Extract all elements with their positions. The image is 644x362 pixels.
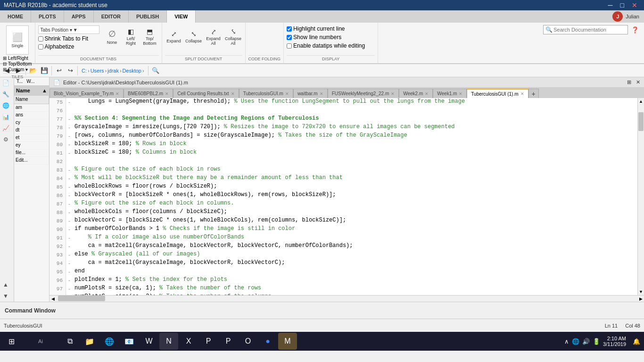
tab-close-cell[interactable]: ✕ (231, 91, 235, 96)
maximize-button[interactable]: □ (618, 1, 627, 9)
tab-bme60[interactable]: BME60BPBL2.m ✕ (124, 89, 173, 98)
hscroll-thumb[interactable] (58, 296, 105, 301)
shrink-tabs-option[interactable]: Shrink Tabs to Fit (38, 35, 99, 42)
tab-close-fus[interactable]: ✕ (391, 91, 395, 96)
left-right-option[interactable]: ⊞ Left/Right (3, 56, 32, 61)
tab-week2[interactable]: Week2.m ✕ (399, 89, 433, 98)
scroll-up-button[interactable]: ▲ (638, 98, 644, 105)
editor-expand-button[interactable]: ⊞ (627, 79, 631, 85)
tab-tb-gui-1[interactable]: TuberculosisGUI (1).m ✕ (467, 89, 528, 98)
ws-row-et[interactable]: et (14, 134, 49, 142)
breadcrumb-desktop[interactable]: Desktop (123, 68, 141, 74)
breadcrumb-c[interactable]: C: (82, 68, 87, 74)
search-doc-input[interactable] (553, 27, 624, 33)
network-icon[interactable]: 🌐 (572, 338, 579, 345)
volume-icon[interactable]: 🔊 (582, 338, 590, 345)
sidebar-icon-6[interactable]: ⚙ (0, 134, 11, 145)
edge-button[interactable]: 🌐 (100, 333, 119, 350)
ws-row-cy[interactable]: cy (14, 119, 49, 127)
word-button[interactable]: W (140, 333, 158, 350)
powerpoint2-button[interactable]: P (219, 333, 238, 350)
breadcrumb-jdrak[interactable]: jdrak (107, 68, 119, 74)
collapse-button[interactable]: ⤡ Collapse (185, 25, 203, 48)
left-right-button[interactable]: ◧ Left/ Right (122, 25, 140, 48)
task-view-button[interactable]: ⧉ (60, 333, 79, 350)
tab-tb-gui[interactable]: TuberculosisGUI.m ✕ (239, 89, 293, 98)
search-taskbar-button[interactable]: Ai (22, 333, 59, 350)
tab-add-new[interactable]: + (528, 89, 539, 98)
excel-button[interactable]: X (179, 333, 198, 350)
scrollbar-thumb[interactable] (638, 112, 644, 131)
tab-plots[interactable]: PLOTS (31, 10, 64, 23)
workspace-sort-icon[interactable]: ▲ (42, 88, 47, 93)
ws-row-ans[interactable]: ans (14, 112, 49, 119)
collapse-all-button[interactable]: ⤥ Collapse All (224, 25, 242, 48)
save-button[interactable]: 💾 (39, 66, 50, 76)
show-line-numbers-option[interactable]: Show line numbers (287, 34, 365, 41)
mail-button[interactable]: 📧 (120, 333, 139, 350)
tab-close-week2[interactable]: ✕ (425, 91, 429, 96)
redo-button[interactable]: ↪ (65, 66, 75, 76)
tab-apps[interactable]: APPS (64, 10, 94, 23)
search-files-button[interactable]: 🔍 (150, 66, 161, 76)
tab-blob-vision[interactable]: Blob_Vision_Example_Try.m ✕ (50, 89, 124, 98)
show-line-numbers-checkbox[interactable] (287, 35, 292, 40)
matlab-button[interactable]: M (278, 333, 297, 350)
undo-button[interactable]: ↩ (54, 66, 64, 76)
taskbar-time[interactable]: 2:10 AM 3/11/2019 (603, 336, 630, 347)
none-button[interactable]: ∅ None (103, 25, 121, 48)
alphabetize-checkbox[interactable] (38, 44, 43, 49)
tab-view[interactable]: VIEW (167, 10, 196, 23)
ws-row-file[interactable]: file... (14, 149, 49, 157)
hscroll-track[interactable] (56, 296, 637, 302)
expand-all-button[interactable]: ⤤ Expand All (205, 25, 223, 48)
battery-icon[interactable]: 🔋 (593, 338, 600, 345)
ws-row-edit[interactable]: Edit... (14, 157, 49, 165)
close-button[interactable]: ✕ (629, 1, 640, 9)
tab-close-week1[interactable]: ✕ (459, 91, 462, 96)
enable-datatips-checkbox[interactable] (287, 43, 292, 49)
tab-home[interactable]: HOME (0, 10, 31, 23)
highlight-current-line-option[interactable]: Highlight current line (287, 25, 365, 32)
tabs-position-dropdown[interactable]: Tabs Position ▾ ▼ (38, 25, 99, 34)
tab-close-waitbar[interactable]: ✕ (320, 91, 323, 96)
editor-horizontal-scrollbar[interactable]: ◀ ▶ (50, 295, 644, 302)
top-bottom-option[interactable]: ⊟ Top/Bottom (3, 61, 32, 66)
tab-week1[interactable]: Week1.m ✕ (433, 89, 467, 98)
minimize-button[interactable]: ─ (605, 1, 616, 9)
sidebar-icon-4[interactable]: 📊 (0, 111, 11, 123)
tab-waitbar[interactable]: waitbar.m ✕ (293, 89, 328, 98)
enable-datatips-option[interactable]: Enable datatips while editing (287, 42, 365, 49)
single-tile-button[interactable]: ⬜ Single (6, 25, 29, 55)
sidebar-scroll-up[interactable]: ▲ (0, 279, 11, 290)
sidebar-scroll-down[interactable]: ▼ (0, 290, 11, 302)
scroll-right-button[interactable]: ▶ (637, 296, 644, 302)
tab-close-bme60[interactable]: ✕ (165, 91, 169, 96)
onenote-button[interactable]: N (159, 333, 178, 350)
tab-fus[interactable]: FUSWeeklyMeeting2_22.m ✕ (328, 89, 399, 98)
tab-close-tb1[interactable]: ✕ (520, 91, 524, 96)
editor-vertical-scrollbar[interactable]: ▲ ▼ (637, 98, 644, 295)
tab-editor[interactable]: EDITOR (94, 10, 129, 23)
shrink-tabs-checkbox[interactable] (38, 36, 43, 41)
notification-icon[interactable]: 🔔 (633, 338, 640, 345)
highlight-current-line-checkbox[interactable] (287, 26, 292, 32)
sidebar-icon-2[interactable]: 🔧 (0, 89, 11, 100)
file-explorer-button[interactable]: 📁 (80, 333, 99, 350)
chrome-button[interactable]: ● (258, 333, 277, 350)
help-icon[interactable]: ❓ (630, 25, 640, 35)
tab-publish[interactable]: PUBLISH (129, 10, 167, 23)
code-editor[interactable]: 75 - Lungs = LungSegment(grayImage, thre… (50, 98, 637, 295)
tab-close-blob[interactable]: ✕ (116, 91, 119, 96)
tab-close-tb[interactable]: ✕ (285, 91, 289, 96)
ws-row-ey[interactable]: ey (14, 142, 49, 149)
editor-close-button[interactable]: ✕ (636, 79, 640, 85)
top-bottom-button[interactable]: ⬒ Top/ Bottom (141, 25, 159, 48)
ws-col-name[interactable]: Name (14, 96, 49, 104)
outlook-button[interactable]: O (239, 333, 257, 350)
sidebar-icon-5[interactable]: 📈 (0, 123, 11, 134)
scroll-left-button[interactable]: ◀ (50, 296, 56, 302)
ws-row-dt[interactable]: dt (14, 127, 49, 134)
taskbar-expand-icon[interactable]: ∧ (564, 338, 569, 345)
expand-button[interactable]: ⤢ Expand (165, 25, 183, 48)
